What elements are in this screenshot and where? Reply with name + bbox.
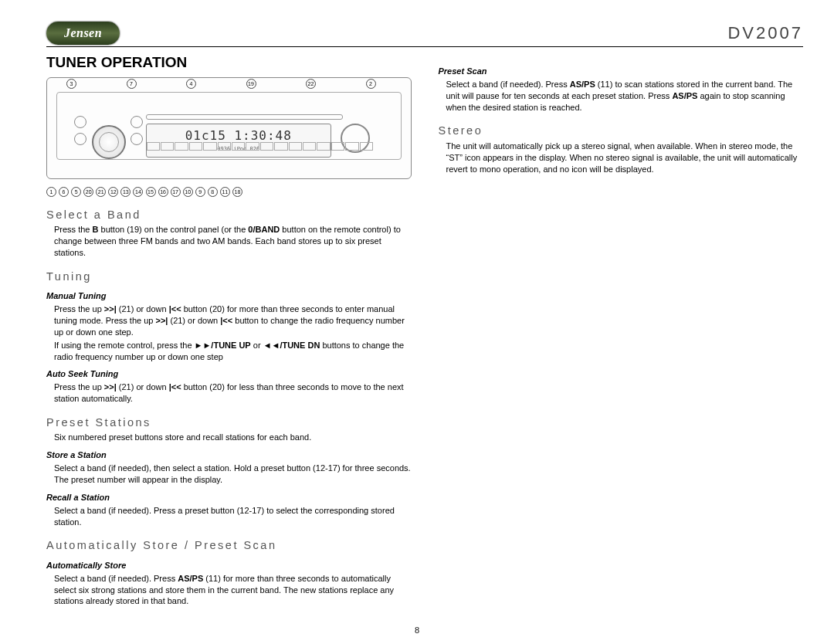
subsection-heading: Recall a Station	[46, 492, 412, 503]
section-heading: Automatically Store / Preset Scan	[46, 538, 412, 554]
callout: 1	[46, 187, 56, 197]
subsection-heading: Store a Station	[46, 449, 412, 461]
content-columns: TUNER OPERATION 3 7 4 19 22 2	[46, 51, 803, 607]
callout: 10	[183, 187, 193, 197]
callout: 3	[66, 79, 76, 89]
subsection-heading: Manual Tuning	[46, 290, 412, 302]
small-button	[74, 133, 86, 145]
small-button	[131, 133, 143, 145]
subsection-body: Press the up >>| (21) or down |<< button…	[54, 381, 412, 405]
callout: 11	[220, 187, 230, 197]
callout: 13	[120, 187, 131, 197]
section-body: The unit will automatically pick up a st…	[446, 141, 804, 175]
section-heading: Select a Band	[46, 208, 412, 223]
callout: 7	[127, 79, 137, 89]
callout: 18	[232, 187, 242, 197]
radio-diagram: 3 7 4 19 22 2 01c15 1:30:48 093	[46, 77, 412, 179]
callout: 9	[195, 187, 205, 197]
callouts-top: 3 7 4 19 22 2	[47, 79, 411, 89]
small-button	[131, 116, 143, 128]
radio-diagram-wrapper: 3 7 4 19 22 2 01c15 1:30:48 093	[46, 77, 412, 197]
lcd-main-text: 01c15 1:30:48	[185, 128, 292, 143]
page-header: Jensen DV2007	[46, 22, 803, 47]
subsection-heading: Preset Scan	[439, 66, 804, 77]
callout: 21	[96, 187, 106, 197]
section-heading: Preset Stations	[46, 415, 412, 431]
faceplate: 01c15 1:30:48 0936 iPod 026	[56, 92, 402, 160]
page-number: 8	[0, 625, 834, 635]
callout: 19	[246, 79, 256, 89]
subsection-heading: Automatically Store	[46, 560, 412, 571]
right-column: Preset Scan Select a band (if needed). P…	[439, 51, 804, 607]
brand-logo: Jensen	[46, 22, 120, 45]
section-heading: Tuning	[46, 269, 412, 285]
subsection-body: Select a band (if needed), then select a…	[54, 463, 412, 486]
callout: 16	[158, 187, 168, 197]
callouts-bottom: 1 6 5 20 21 12 13 14 15 16 17 10 9 8 11 …	[46, 185, 412, 197]
volume-knob	[92, 125, 126, 159]
callout: 8	[208, 187, 218, 197]
subsection-body: If using the remote control, press the ►…	[54, 340, 412, 363]
callout: 17	[171, 187, 181, 197]
callout: 22	[306, 79, 316, 89]
subsection-body: Select a band (if needed). Press AS/PS (…	[54, 573, 412, 608]
subsection-heading: Auto Seek Tuning	[46, 368, 412, 380]
preset-button-row	[146, 142, 374, 151]
subsection-body: Press the up >>| (21) or down |<< button…	[54, 303, 412, 338]
callout: 5	[71, 187, 81, 197]
callout: 14	[133, 187, 143, 197]
callout: 15	[146, 187, 156, 197]
callout: 20	[83, 187, 93, 197]
section-heading: Stereo	[439, 124, 804, 139]
callout: 12	[108, 187, 118, 197]
section-body: Press the B button (19) on the control p…	[54, 224, 412, 259]
model-number: DV2007	[727, 23, 803, 43]
callout: 4	[186, 79, 196, 89]
subsection-body: Select a band (if needed). Press a prese…	[54, 505, 412, 528]
callout: 6	[59, 187, 69, 197]
disc-slot	[146, 114, 343, 120]
main-heading: TUNER OPERATION	[46, 53, 412, 73]
lcd-display: 01c15 1:30:48 0936 iPod 026	[146, 124, 331, 158]
small-button	[74, 116, 86, 128]
callout: 2	[366, 79, 376, 89]
section-body: Six numbered preset buttons store and re…	[54, 432, 412, 443]
left-column: TUNER OPERATION 3 7 4 19 22 2	[46, 51, 412, 607]
subsection-body: Select a band (if needed). Press AS/PS (…	[446, 79, 804, 114]
